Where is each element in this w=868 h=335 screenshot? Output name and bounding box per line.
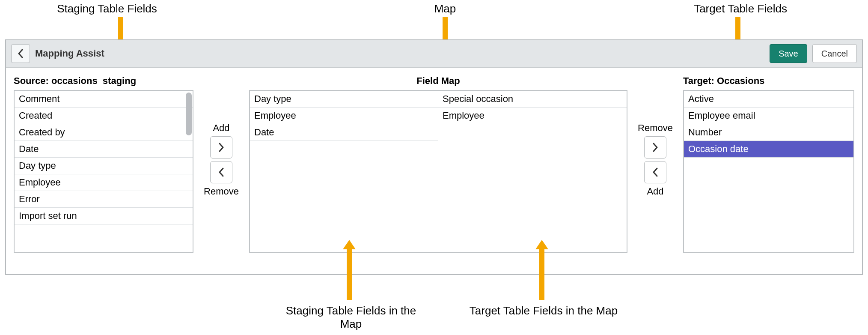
list-item[interactable]: Import set run <box>15 208 193 224</box>
fieldmap-left[interactable]: Day typeEmployeeDate <box>250 91 438 252</box>
list-item[interactable]: Date <box>15 141 193 158</box>
source-label: Source: occasions_staging <box>14 75 193 87</box>
cancel-button[interactable]: Cancel <box>812 44 857 63</box>
chevron-left-icon <box>17 49 24 58</box>
callout-staging-in-map: Staging Table Fields in the Map <box>274 304 428 331</box>
list-item[interactable]: Date <box>250 124 438 141</box>
list-item[interactable]: Day type <box>15 158 193 174</box>
target-label: Target: Occasions <box>683 75 854 87</box>
source-listbox[interactable]: CommentCreatedCreated byDateDay typeEmpl… <box>14 90 193 253</box>
fieldmap-box: Day typeEmployeeDate Special occasionEmp… <box>249 90 627 253</box>
callout-target-fields: Target Table Fields <box>689 2 792 15</box>
callout-staging-fields: Staging Table Fields <box>51 2 163 15</box>
arrow-up-icon <box>347 248 352 300</box>
panel-header: Mapping Assist Save Cancel <box>6 40 862 68</box>
list-item[interactable]: Created <box>15 108 193 124</box>
remove-source-button[interactable] <box>210 161 232 183</box>
target-buttons: Remove Add <box>627 75 683 197</box>
fieldmap-right[interactable]: Special occasionEmployee <box>438 91 627 252</box>
chevron-right-icon <box>652 143 659 152</box>
chevron-right-icon <box>218 143 225 152</box>
scrollbar-thumb[interactable] <box>186 93 192 135</box>
save-button[interactable]: Save <box>770 44 807 63</box>
chevron-left-icon <box>218 168 225 177</box>
source-buttons: Add Remove <box>193 75 249 197</box>
callout-target-in-map: Target Table Fields in the Map <box>467 304 621 317</box>
remove-target-button[interactable] <box>644 136 666 159</box>
add-label: Add <box>647 186 663 197</box>
mapping-assist-panel: Mapping Assist Save Cancel Source: occas… <box>5 39 863 275</box>
back-button[interactable] <box>11 44 30 63</box>
list-item[interactable]: Employee <box>438 108 627 124</box>
chevron-left-icon <box>652 168 659 177</box>
callout-map: Map <box>428 2 462 15</box>
remove-label: Remove <box>204 186 239 197</box>
panel-body: Source: occasions_staging CommentCreated… <box>6 68 862 274</box>
list-item[interactable]: Comment <box>15 91 193 108</box>
add-target-button[interactable] <box>644 161 666 183</box>
source-column: Source: occasions_staging CommentCreated… <box>14 75 193 253</box>
list-item[interactable]: Special occasion <box>438 91 627 108</box>
fieldmap-label: Field Map <box>416 75 460 87</box>
remove-label: Remove <box>638 123 673 134</box>
arrow-up-icon <box>539 248 544 300</box>
page-title: Mapping Assist <box>35 48 104 59</box>
list-item[interactable]: Employee <box>15 174 193 191</box>
list-item[interactable]: Employee email <box>684 108 853 124</box>
add-label: Add <box>213 123 229 134</box>
list-item[interactable]: Active <box>684 91 853 108</box>
list-item[interactable]: Day type <box>250 91 438 108</box>
list-item[interactable]: Error <box>15 191 193 208</box>
list-item[interactable]: Employee <box>250 108 438 124</box>
add-source-button[interactable] <box>210 136 232 159</box>
fieldmap-column: Field Map Day typeEmployeeDate Special o… <box>249 75 627 253</box>
list-item[interactable]: Number <box>684 124 853 141</box>
target-listbox[interactable]: ActiveEmployee emailNumberOccasion date <box>683 90 854 253</box>
list-item[interactable]: Occasion date <box>684 141 853 158</box>
target-column: Target: Occasions ActiveEmployee emailNu… <box>683 75 854 253</box>
list-item[interactable]: Created by <box>15 124 193 141</box>
